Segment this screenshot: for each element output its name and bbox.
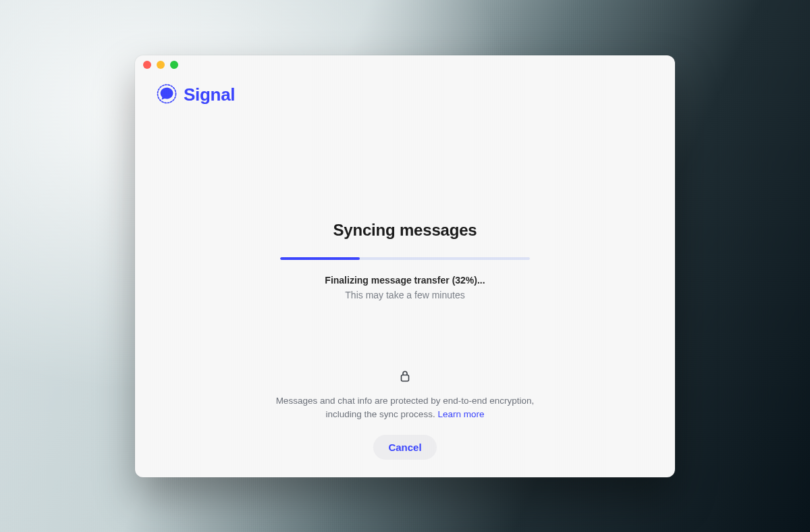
encryption-note-text: Messages and chat info are protected by … [276,396,535,419]
sync-status-primary: Finalizing message transfer (32%)... [325,275,485,286]
window-controls [143,61,178,69]
cancel-button[interactable]: Cancel [373,435,436,460]
window-minimize-button[interactable] [157,61,165,69]
learn-more-link[interactable]: Learn more [437,409,484,419]
progress-bar-fill [280,257,360,260]
window-zoom-button[interactable] [170,61,178,69]
lock-icon [400,370,410,385]
encryption-note: Messages and chat info are protected by … [263,394,547,421]
svg-rect-1 [402,375,409,381]
app-window: Signal Syncing messages Finalizing messa… [135,55,675,477]
sync-panel: Syncing messages Finalizing message tran… [135,221,675,300]
footer: Messages and chat info are protected by … [135,370,675,459]
brand-name: Signal [184,84,235,105]
sync-heading: Syncing messages [333,221,477,240]
sync-status-secondary: This may take a few minutes [345,290,464,300]
window-close-button[interactable] [143,61,151,69]
window-titlebar [135,55,675,74]
signal-logo-icon [157,84,177,107]
brand: Signal [157,84,235,107]
progress-bar [280,257,530,260]
